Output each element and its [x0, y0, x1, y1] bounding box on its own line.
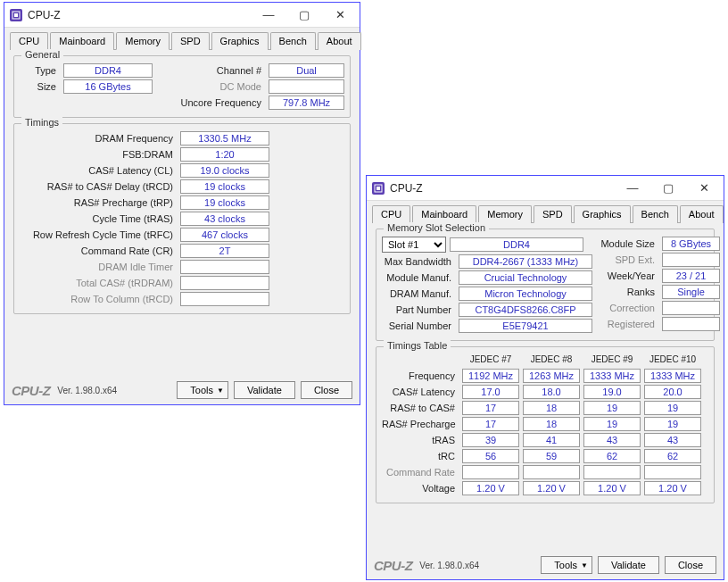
- tab-content-memory: General TypeDDR4 Size16 GBytes Channel #…: [10, 49, 354, 374]
- ttable-label: RAS# Precharge: [382, 419, 459, 429]
- timing-value: [180, 260, 269, 274]
- timing-label: Row To Column (tRCD): [20, 294, 177, 304]
- tab-content-spd: Memory Slot Selection Slot #1 DDR4 Max B…: [372, 222, 718, 549]
- cpuz-window-memory: CPU-Z — ▢ ✕ CPU Mainboard Memory SPD Gra…: [4, 2, 360, 405]
- ranks-value: Single: [662, 285, 720, 299]
- version-label: Ver. 1.98.0.x64: [419, 561, 535, 570]
- tab-about[interactable]: About: [318, 32, 361, 50]
- serial-value: E5E79421: [459, 319, 592, 333]
- validate-button[interactable]: Validate: [598, 556, 659, 574]
- jedec-header: JEDEC #9: [583, 354, 641, 367]
- modmanuf-value: Crucial Technology: [459, 270, 592, 285]
- ttable-label: Voltage: [382, 483, 459, 494]
- timing-value: 1:20: [180, 147, 269, 162]
- dcmode-label: DC Mode: [171, 81, 265, 92]
- channel-value: Dual: [269, 63, 344, 78]
- close-button[interactable]: ✕: [322, 4, 358, 27]
- correction-label: Correction: [600, 303, 658, 313]
- registered-value: [662, 317, 720, 331]
- chevron-down-icon: ▼: [581, 559, 588, 572]
- ttable-value: 19: [583, 401, 641, 415]
- slot-select[interactable]: Slot #1: [382, 237, 446, 253]
- uncore-label: Uncore Frequency: [171, 97, 265, 108]
- timing-value: [180, 292, 269, 306]
- general-legend: General: [21, 49, 63, 60]
- app-icon: [372, 182, 385, 195]
- jedec-header: JEDEC #8: [523, 354, 580, 367]
- tab-graphics[interactable]: Graphics: [574, 205, 631, 223]
- ttable-label: CAS# Latency: [382, 387, 459, 397]
- ttable-value: 18.0: [523, 385, 580, 399]
- cpuz-window-spd: CPU-Z — ▢ ✕ CPU Mainboard Memory SPD Gra…: [366, 175, 724, 580]
- ttable-label: Frequency: [382, 370, 459, 381]
- timing-label: Command Rate (CR): [20, 245, 177, 256]
- ttable-label: tRC: [382, 451, 459, 461]
- tab-mainboard[interactable]: Mainboard: [412, 205, 476, 223]
- ttable-value: 20.0: [644, 385, 701, 399]
- ttable-value: 1.20 V: [644, 481, 701, 495]
- ttable-value: 1.20 V: [583, 481, 641, 495]
- brand-label: CPU-Z: [374, 558, 412, 573]
- close-button-footer[interactable]: Close: [301, 381, 352, 399]
- maxbw-label: Max Bandwidth: [382, 256, 455, 267]
- partnum-value: CT8G4DFS8266.C8FP: [459, 303, 592, 317]
- tools-button[interactable]: Tools▼: [541, 556, 592, 574]
- validate-button[interactable]: Validate: [234, 381, 295, 399]
- tools-button[interactable]: Tools▼: [177, 381, 228, 399]
- timing-value: [180, 276, 269, 290]
- timing-label: Total CAS# (tRDRAM): [20, 278, 177, 288]
- tab-cpu[interactable]: CPU: [372, 205, 410, 223]
- window-title: CPU-Z: [28, 9, 251, 21]
- slot-selection-legend: Memory Slot Selection: [384, 222, 489, 233]
- ttable-value: 1333 MHz: [644, 369, 701, 383]
- ttable-value: [644, 465, 701, 479]
- dcmode-value: [269, 79, 344, 94]
- timing-label: RAS# to CAS# Delay (tRCD): [20, 181, 177, 192]
- timing-value: 43 clocks: [180, 212, 269, 226]
- footer: CPU-Z Ver. 1.98.0.x64 Tools▼ Validate Cl…: [4, 378, 360, 404]
- slot-type-value: DDR4: [450, 237, 583, 252]
- ttable-value: 43: [644, 433, 701, 447]
- modsize-label: Module Size: [600, 238, 658, 249]
- tab-spd[interactable]: SPD: [534, 205, 572, 223]
- timing-label: CAS# Latency (CL): [20, 165, 177, 176]
- tab-mainboard[interactable]: Mainboard: [50, 32, 114, 50]
- close-button-footer[interactable]: Close: [665, 556, 716, 574]
- tab-spd[interactable]: SPD: [171, 32, 210, 50]
- titlebar[interactable]: CPU-Z — ▢ ✕: [367, 176, 724, 201]
- timing-label: DRAM Idle Timer: [20, 262, 177, 272]
- tab-graphics[interactable]: Graphics: [211, 32, 269, 50]
- ttable-value: 41: [523, 433, 580, 447]
- timing-value: 2T: [180, 244, 269, 258]
- ttable-value: 18: [523, 417, 580, 431]
- maximize-button[interactable]: ▢: [286, 4, 322, 27]
- tab-cpu[interactable]: CPU: [10, 32, 48, 50]
- tab-memory[interactable]: Memory: [116, 32, 170, 50]
- timing-label: RAS# Precharge (tRP): [20, 197, 177, 208]
- type-label: Type: [20, 65, 60, 76]
- maximize-button[interactable]: ▢: [650, 177, 686, 200]
- timing-value: 467 clocks: [180, 228, 269, 242]
- modmanuf-label: Module Manuf.: [382, 272, 455, 283]
- timing-value: 1330.5 MHz: [180, 131, 269, 146]
- timing-label: Cycle Time (tRAS): [20, 213, 177, 224]
- version-label: Ver. 1.98.0.x64: [57, 386, 171, 395]
- minimize-button[interactable]: —: [615, 177, 650, 200]
- ttable-value: 43: [583, 433, 641, 447]
- tab-bench[interactable]: Bench: [270, 32, 316, 50]
- ttable-value: 1192 MHz: [462, 369, 519, 383]
- type-value: DDR4: [63, 63, 153, 78]
- svg-rect-1: [14, 13, 18, 17]
- ttable-value: 62: [583, 449, 641, 463]
- tab-about[interactable]: About: [680, 205, 724, 223]
- chevron-down-icon: ▼: [217, 384, 224, 397]
- close-button[interactable]: ✕: [686, 177, 722, 200]
- tab-memory[interactable]: Memory: [478, 205, 532, 223]
- timings-legend: Timings: [21, 117, 62, 128]
- timings-table-legend: Timings Table: [384, 340, 451, 351]
- titlebar[interactable]: CPU-Z — ▢ ✕: [4, 3, 360, 28]
- drammanuf-label: DRAM Manuf.: [382, 288, 455, 299]
- jedec-header: JEDEC #7: [462, 354, 519, 367]
- minimize-button[interactable]: —: [251, 4, 286, 27]
- tab-bench[interactable]: Bench: [633, 205, 678, 223]
